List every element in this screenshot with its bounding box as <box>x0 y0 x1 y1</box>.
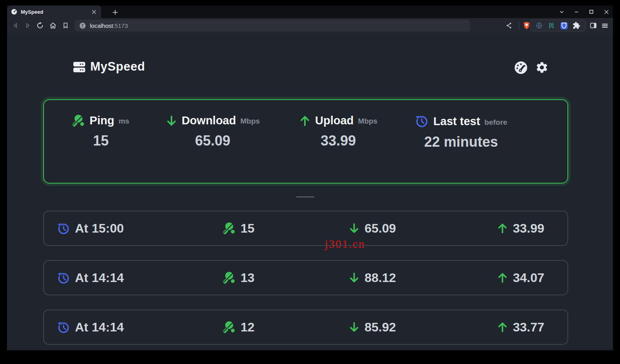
back-icon[interactable] <box>11 20 21 31</box>
new-tab-button[interactable] <box>110 7 120 17</box>
tab-title: MySpeed <box>21 9 87 15</box>
history-upload: 33.99 <box>513 221 544 236</box>
share-icon[interactable] <box>504 20 514 31</box>
history-upload: 33.77 <box>513 320 544 335</box>
arrow-up-icon <box>497 272 508 284</box>
arrow-up-icon <box>497 223 508 234</box>
stat-value: 65.09 <box>166 133 260 149</box>
sidebar-icon[interactable] <box>588 20 598 31</box>
stat-value: 15 <box>56 133 146 149</box>
forward-icon[interactable] <box>22 20 33 31</box>
tab-strip: MySpeed <box>7 5 613 18</box>
toolbar-separator <box>519 22 519 29</box>
url-bar[interactable]: localhost:5173 <box>75 20 470 31</box>
history-time: At 14:14 <box>75 271 124 285</box>
settings-gear-icon[interactable] <box>534 60 550 75</box>
theme-gauge-icon[interactable] <box>513 60 529 75</box>
reload-icon[interactable] <box>35 20 45 31</box>
history-download: 85.92 <box>365 320 396 335</box>
home-icon[interactable] <box>48 20 58 31</box>
ping-paddle-icon <box>72 114 85 127</box>
stat-value: 22 minutes <box>393 134 529 150</box>
tab-search-chevron-icon[interactable] <box>557 7 566 16</box>
menu-hamburger-icon[interactable] <box>600 20 610 31</box>
stat-unit: Mbps <box>240 117 260 127</box>
stat-value: 33.99 <box>295 133 381 149</box>
history-clock-icon <box>415 114 429 128</box>
arrow-up-icon <box>299 115 311 127</box>
history-ping: 13 <box>241 271 255 285</box>
history-ping: 15 <box>241 221 255 236</box>
stat-label: Download <box>182 114 236 127</box>
history-time: At 15:00 <box>75 221 124 236</box>
history-download: 65.09 <box>365 221 396 236</box>
arrow-down-icon <box>348 272 360 284</box>
history-row[interactable]: At 14:14 13 88.12 <box>43 260 568 295</box>
myspeed-page: MySpeed <box>7 33 613 350</box>
stat-label: Last test <box>433 115 480 128</box>
extensions-group <box>530 20 585 31</box>
tab-myspeed[interactable]: MySpeed <box>7 5 101 18</box>
stat-unit: Mbps <box>358 117 377 127</box>
history-download: 88.12 <box>365 271 396 285</box>
history-row[interactable]: At 14:14 12 85.92 <box>43 309 568 345</box>
browser-toolbar: localhost:5173 <box>7 18 613 33</box>
arrow-up-icon <box>497 322 508 333</box>
stat-label: Upload <box>315 114 354 127</box>
stat-last-test: Last test before 22 minutes <box>393 114 529 150</box>
stat-download: Download Mbps 65.09 <box>166 114 260 149</box>
history-time: At 14:14 <box>75 320 124 335</box>
bookmark-icon[interactable] <box>60 20 71 31</box>
favicon-speedometer-icon <box>11 9 17 15</box>
site-info-icon[interactable] <box>79 22 86 29</box>
section-divider <box>296 197 314 197</box>
history-clock-icon <box>57 271 70 284</box>
history-clock-icon <box>57 222 70 235</box>
stat-unit: before <box>485 118 507 128</box>
history-ping: 12 <box>241 320 255 335</box>
extension-bitwarden-icon[interactable] <box>560 22 568 30</box>
stat-ping: Ping ms 15 <box>56 114 146 149</box>
arrow-down-icon <box>348 322 360 333</box>
maximize-button[interactable] <box>587 7 596 16</box>
stat-unit: ms <box>119 117 129 127</box>
browser-window: MySpeed <box>7 5 613 350</box>
extension-globe-icon[interactable] <box>535 22 543 29</box>
ping-paddle-icon <box>223 271 236 284</box>
stat-label: Ping <box>89 114 114 127</box>
close-button[interactable] <box>602 7 611 16</box>
extension-puzzle-icon[interactable] <box>573 22 580 29</box>
page-title: MySpeed <box>90 60 145 74</box>
minimize-button[interactable] <box>572 7 581 16</box>
ping-paddle-icon <box>223 222 236 235</box>
tab-close-icon[interactable] <box>90 8 97 15</box>
url-text: localhost:5173 <box>90 22 128 29</box>
extension-bars-icon[interactable] <box>547 22 555 29</box>
server-icon <box>73 60 86 74</box>
ping-paddle-icon <box>223 321 236 334</box>
arrow-down-icon <box>348 223 360 234</box>
stat-upload: Upload Mbps 33.99 <box>295 114 381 149</box>
history-upload: 34.07 <box>513 271 544 285</box>
current-test-card: Ping ms 15 Download Mbps 65.09 <box>43 99 568 184</box>
history-row[interactable]: At 15:00 15 65.09 <box>43 211 568 246</box>
arrow-down-icon <box>166 115 177 127</box>
history-clock-icon <box>57 320 70 334</box>
